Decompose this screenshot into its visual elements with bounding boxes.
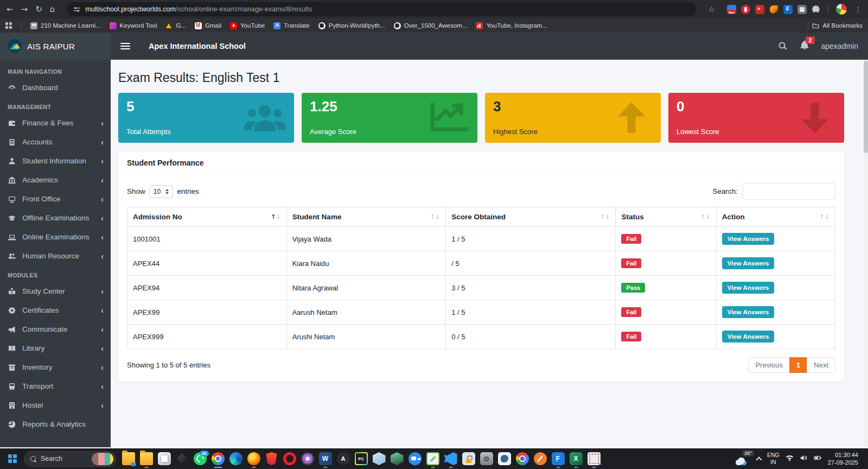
wifi-icon[interactable]: [786, 454, 794, 464]
language-indicator[interactable]: ENGIN: [767, 452, 780, 465]
sidebar-item-library[interactable]: Library: [0, 339, 111, 358]
taskbar-icon-postgresql[interactable]: [495, 448, 513, 469]
bookmark-item[interactable]: Gmail: [195, 22, 221, 29]
volume-icon[interactable]: [800, 454, 808, 464]
taskbar-icon-deploy-tool[interactable]: ⚙: [477, 448, 495, 469]
profile-avatar[interactable]: [836, 4, 847, 15]
blue-f-icon[interactable]: [783, 5, 793, 14]
red-dot-icon[interactable]: [741, 5, 750, 14]
bookmark-item[interactable]: Over_1500_Awesom...: [394, 22, 468, 29]
column-header-score-obtained[interactable]: Score Obtained: [446, 207, 616, 227]
view-answers-button[interactable]: View Answers: [722, 331, 775, 343]
taskbar-search[interactable]: Search: [24, 451, 116, 467]
back-icon[interactable]: ←: [7, 5, 14, 14]
user-menu[interactable]: apexadmin: [821, 42, 859, 50]
taskbar-icon-word[interactable]: W: [316, 448, 334, 469]
red-forward-icon[interactable]: [755, 5, 764, 14]
taskbar-icon-f-arrow-app[interactable]: F: [549, 448, 567, 469]
site-info-icon[interactable]: [73, 6, 80, 13]
page-1-button[interactable]: 1: [789, 357, 807, 373]
sidebar-item-accounts[interactable]: Accounts: [0, 132, 111, 151]
bookmark-item[interactable]: Python-World/pyth...: [318, 22, 385, 29]
sidebar-item-dashboard[interactable]: Dashboard: [0, 78, 111, 97]
sidebar-item-communicate[interactable]: Communicate: [0, 320, 111, 339]
column-header-student-name[interactable]: Student Name: [286, 207, 446, 227]
bookmark-item[interactable]: YouTube: [230, 22, 265, 29]
entries-select[interactable]: 10: [149, 185, 173, 198]
column-header-action[interactable]: Action: [716, 207, 835, 227]
search-icon[interactable]: [778, 41, 788, 51]
sidebar-item-finance-fees[interactable]: Finance & Fees: [0, 113, 111, 132]
column-header-status[interactable]: Status: [616, 207, 716, 227]
taskbar-icon-onedrive-folder[interactable]: [119, 448, 137, 469]
sidebar-item-student-information[interactable]: Student Information: [0, 151, 111, 170]
scrollbar[interactable]: [864, 60, 868, 447]
notifications-button[interactable]: 2: [800, 40, 809, 52]
gray-app-icon[interactable]: [797, 5, 807, 14]
taskbar-icon-vscode[interactable]: [442, 448, 459, 469]
taskbar-icon-firefox[interactable]: [245, 448, 263, 469]
taskbar-icon-pycharm[interactable]: PC: [352, 448, 370, 469]
sidebar-item-human-resource[interactable]: Human Resource: [0, 246, 111, 265]
browser-menu-icon[interactable]: ⋮: [854, 5, 861, 14]
sidebar-item-online-examinations[interactable]: Online Examinations: [0, 227, 111, 246]
view-answers-button[interactable]: View Answers: [722, 257, 775, 269]
taskbar-icon-orange-pencil[interactable]: [531, 448, 549, 469]
taskbar-icon-app-a[interactable]: A: [334, 448, 352, 469]
next-page-button[interactable]: Next: [807, 357, 835, 373]
taskbar-icon-opera[interactable]: [280, 448, 298, 469]
orange-swoosh-icon[interactable]: [769, 5, 778, 14]
taskbar-icon-cube-light[interactable]: [370, 448, 388, 469]
taskbar-icon-brave[interactable]: [263, 448, 280, 469]
sidebar-item-certificates[interactable]: Certificates: [0, 301, 111, 320]
sidebar-item-hostel[interactable]: Hostel: [0, 396, 111, 415]
taskbar-icon-chrome-beta[interactable]: [513, 448, 531, 469]
all-bookmarks-button[interactable]: All Bookmarks: [808, 22, 863, 29]
taskbar-icon-cube-dark[interactable]: [388, 448, 406, 469]
taskbar-icon-edge[interactable]: [227, 448, 245, 469]
bookmark-item[interactable]: Keyword Tool: [110, 22, 157, 29]
view-answers-button[interactable]: View Answers: [722, 282, 775, 294]
home-icon[interactable]: ⌂: [50, 5, 55, 14]
bookmark-item[interactable]: Translate: [273, 22, 310, 29]
taskbar-icon-whatsapp[interactable]: 20: [191, 448, 209, 469]
taskbar-icon-excel[interactable]: X: [567, 448, 585, 469]
view-answers-button[interactable]: View Answers: [722, 306, 775, 318]
extensions-puzzle-icon[interactable]: [812, 5, 820, 14]
taskbar-icon-secure-transfer[interactable]: [459, 448, 477, 469]
taskbar-icon-dark-emblem[interactable]: [173, 448, 191, 469]
sidebar-item-front-office[interactable]: Front Office: [0, 189, 111, 208]
bookmark-item[interactable]: G...: [165, 22, 186, 29]
tray-expand-icon[interactable]: [756, 457, 762, 462]
start-button[interactable]: [4, 448, 21, 469]
view-answers-button[interactable]: View Answers: [722, 233, 775, 245]
previous-page-button[interactable]: Previous: [748, 357, 790, 373]
clock[interactable]: 01:30:4427-09-2025: [828, 451, 858, 467]
column-header-admission-no[interactable]: Admission No: [127, 207, 287, 227]
reload-icon[interactable]: ↻: [35, 5, 42, 14]
apps-grid-icon[interactable]: [5, 22, 12, 29]
sidebar-item-reports-analytics[interactable]: Reports & Analytics: [0, 415, 111, 434]
taskbar-icon-zoom[interactable]: [406, 448, 424, 469]
taskbar-icon-tor[interactable]: [298, 448, 316, 469]
bookmark-item[interactable]: 210 Machine Learni...: [30, 22, 101, 29]
taskbar-icon-photos[interactable]: [155, 448, 173, 469]
sidebar-item-academics[interactable]: Academics: [0, 170, 111, 189]
taskbar-icon-file-explorer[interactable]: [137, 448, 155, 469]
bookmark-item[interactable]: YouTube, Instagram...: [476, 22, 547, 29]
address-bar[interactable]: multischool.projectworlds.com/school/onl…: [67, 2, 696, 16]
taskbar-icon-chrome[interactable]: [209, 448, 227, 469]
sidebar-item-transport[interactable]: Transport: [0, 377, 111, 396]
sidebar-item-inventory[interactable]: Inventory: [0, 358, 111, 377]
taskbar-icon-notepad-plus[interactable]: [424, 448, 442, 469]
bookmark-star-icon[interactable]: ☆: [708, 5, 715, 14]
hamburger-menu-icon[interactable]: [120, 43, 130, 50]
weather-widget[interactable]: 26°: [735, 452, 751, 466]
search-input[interactable]: [742, 183, 835, 200]
new-badge-icon[interactable]: [727, 5, 736, 14]
sidebar-item-offline-examinations[interactable]: Offline Examinations: [0, 208, 111, 227]
forward-icon[interactable]: →: [21, 5, 28, 14]
taskbar-icon-snipping-tool[interactable]: [585, 448, 603, 469]
sidebar-item-study-center[interactable]: Study Center: [0, 282, 111, 301]
scrollbar-thumb[interactable]: [864, 61, 868, 153]
